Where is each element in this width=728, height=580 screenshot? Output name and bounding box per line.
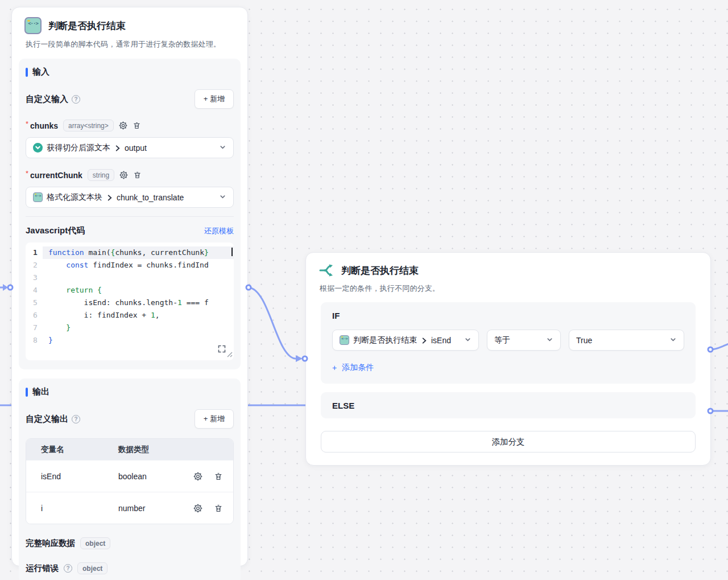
value-source: 格式化源文本块 [47, 192, 102, 203]
condition-variable-source: 判断是否执行结束 [353, 335, 417, 345]
divider [26, 216, 234, 217]
reset-template-link[interactable]: 还原模板 [204, 226, 234, 236]
source-node-icon [33, 143, 43, 153]
add-condition-label: 添加条件 [342, 363, 374, 373]
settings-icon[interactable] [193, 504, 202, 513]
chevron-down-icon [219, 193, 226, 202]
settings-icon[interactable] [119, 171, 128, 179]
source-handle-if-branch[interactable] [708, 347, 714, 353]
code-editor[interactable]: 1function main({chunks, currentChunk}2 c… [26, 242, 234, 360]
if-label: IF [332, 311, 684, 320]
else-label: ELSE [332, 401, 354, 410]
input-section-title: 输入 [32, 67, 49, 77]
target-handle-left-node[interactable] [7, 285, 14, 291]
output-section: 输出 自定义输出 ? + 新增 变量名 数据类型 isEnd boolean [19, 379, 241, 580]
help-icon[interactable]: ? [72, 95, 80, 104]
condition-variable-select[interactable]: <··> 判断是否执行结束 isEnd [332, 330, 479, 351]
if-branch-box: IF <··> 判断是否执行结束 isEnd [321, 302, 696, 384]
delete-icon[interactable] [133, 121, 141, 130]
add-input-button[interactable]: + 新增 [195, 89, 234, 109]
add-branch-button[interactable]: 添加分支 [321, 431, 696, 453]
code-line: 5 isEnd: chunks.length-1 === f [26, 297, 234, 309]
required-mark: * [26, 169, 28, 178]
code-line: 2 const findIndex = chunks.findInd [26, 259, 234, 272]
chevron-right-icon [106, 195, 113, 201]
delete-icon[interactable] [214, 504, 223, 513]
code-line: 4 return { [26, 284, 234, 297]
output-table: 变量名 数据类型 isEnd boolean i number [26, 438, 234, 524]
chevron-down-icon [546, 336, 553, 345]
table-row: isEnd boolean [26, 460, 233, 492]
settings-icon[interactable] [119, 121, 127, 130]
table-row: i number [26, 492, 233, 524]
node-header: <··> 判断是否执行结束 [12, 7, 247, 34]
input-section: 输入 自定义输入 ? + 新增 * chunks array<string> [19, 59, 241, 369]
output-var-name: isEnd [26, 472, 104, 481]
output-var-type: number [104, 504, 179, 513]
chevron-right-icon [421, 338, 427, 344]
help-icon[interactable]: ? [64, 564, 72, 573]
code-lines: 1function main({chunks, currentChunk}2 c… [26, 246, 234, 347]
source-node-icon: <··> [33, 192, 43, 202]
section-accent-bar [26, 388, 28, 397]
delete-icon[interactable] [133, 171, 142, 179]
code-line: 8} [26, 334, 234, 347]
code-label: Javascript代码 [26, 225, 85, 236]
chevron-down-icon [219, 143, 226, 153]
workflow-canvas[interactable]: <··> 判断是否执行结束 执行一段简单的脚本代码，通常用于进行复杂的数据处理。… [0, 0, 728, 580]
source-handle-else-branch[interactable] [708, 408, 714, 414]
value-source: 获得切分后源文本 [47, 143, 110, 153]
node-title: 判断是否执行结束 [341, 264, 419, 277]
output-section-title: 输出 [32, 386, 49, 397]
edge-left-to-right-node [249, 287, 295, 359]
condition-value: True [576, 336, 592, 345]
custom-output-label: 自定义输出 [26, 414, 68, 425]
code-line: 6 i: findIndex + 1, [26, 309, 234, 322]
custom-input-label: 自定义输入 [26, 94, 68, 105]
required-mark: * [26, 120, 28, 128]
chevron-down-icon [464, 336, 471, 345]
target-handle-right-node[interactable] [302, 356, 308, 362]
field-name-currentchunk: currentChunk [30, 171, 82, 180]
value-key: chunk_to_translate [117, 193, 184, 202]
add-condition-link[interactable]: + 添加条件 [332, 363, 374, 373]
branch-node-icon [318, 262, 334, 278]
type-tag: string [88, 169, 114, 181]
type-tag: object [80, 537, 110, 549]
output-var-name: i [26, 504, 104, 513]
node-code-card[interactable]: <··> 判断是否执行结束 执行一段简单的脚本代码，通常用于进行复杂的数据处理。… [11, 7, 248, 566]
chevron-down-icon [669, 336, 677, 345]
code-line: 1function main({chunks, currentChunk} [26, 246, 234, 259]
value-key: output [125, 143, 147, 153]
condition-value-select[interactable]: True [569, 330, 684, 351]
value-select-currentchunk[interactable]: <··> 格式化源文本块 chunk_to_translate [26, 187, 234, 208]
table-header-varname: 变量名 [26, 445, 104, 455]
output-var-type: boolean [104, 472, 179, 481]
source-handle-left-node[interactable] [246, 285, 252, 291]
add-output-button[interactable]: + 新增 [195, 409, 234, 429]
fullscreen-icon[interactable] [218, 345, 226, 355]
output-table-body: isEnd boolean i number [26, 460, 233, 524]
condition-operator-select[interactable]: 等于 [487, 330, 561, 351]
code-line: 7 } [26, 322, 234, 334]
table-header-datatype: 数据类型 [104, 445, 179, 455]
delete-icon[interactable] [214, 472, 223, 481]
code-node-icon: <··> [24, 17, 42, 34]
response-data-label: 完整响应数据 [26, 538, 75, 549]
node-condition-card[interactable]: 判断是否执行结束 根据一定的条件，执行不同的分支。 IF <··> 判断是否执行… [305, 252, 711, 466]
resize-handle-icon[interactable] [226, 351, 233, 359]
help-icon[interactable]: ? [72, 415, 80, 423]
add-branch-label: 添加分支 [492, 437, 525, 447]
value-select-chunks[interactable]: 获得切分后源文本 output [26, 137, 234, 158]
node-description: 执行一段简单的脚本代码，通常用于进行复杂的数据处理。 [12, 34, 247, 50]
else-branch-box: ELSE [321, 392, 696, 418]
type-tag: array<string> [63, 120, 114, 131]
type-tag: object [77, 562, 107, 574]
condition-variable-key: isEnd [431, 336, 451, 345]
node-description: 根据一定的条件，执行不同的分支。 [306, 278, 710, 294]
section-accent-bar [26, 68, 28, 77]
plus-icon: + [332, 363, 337, 372]
node-title: 判断是否执行结束 [48, 19, 126, 32]
field-name-chunks: chunks [30, 121, 58, 130]
settings-icon[interactable] [193, 472, 202, 481]
